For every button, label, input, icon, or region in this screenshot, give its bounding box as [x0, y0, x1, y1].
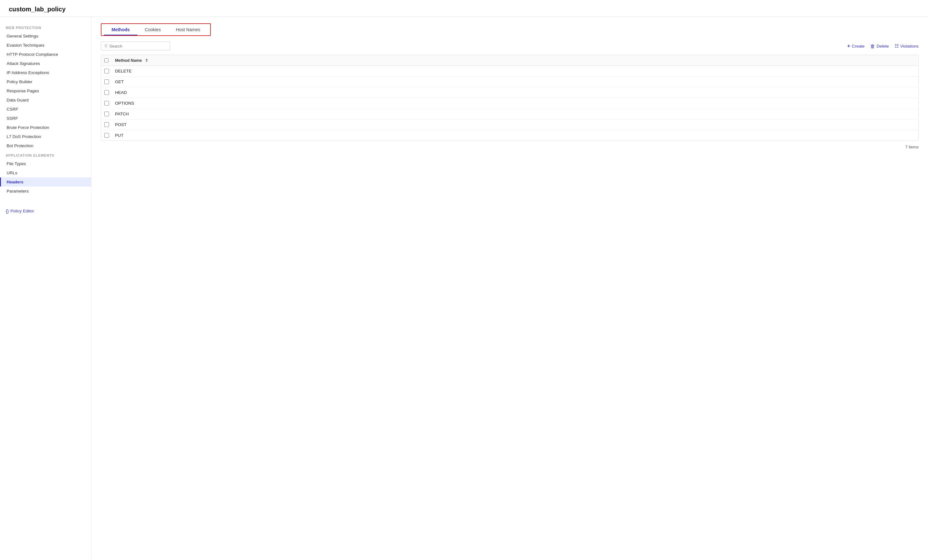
search-icon: ⚲: [104, 43, 107, 49]
tab-methods[interactable]: Methods: [104, 24, 137, 35]
method-name-patch: PATCH: [115, 111, 915, 116]
sidebar-item-attack-signatures[interactable]: Attack Signatures: [0, 59, 91, 68]
policy-editor-icon: {}: [6, 208, 9, 214]
main-content: Methods Cookies Host Names ⚲ + Create 🗑 …: [92, 17, 928, 559]
violations-icon: ☷: [894, 43, 899, 49]
sidebar-item-l7-dos-protection[interactable]: L7 DoS Protection: [0, 132, 91, 141]
sidebar-item-bot-protection[interactable]: Bot Protection: [0, 141, 91, 150]
search-box[interactable]: ⚲: [101, 41, 170, 50]
delete-button[interactable]: 🗑 Delete: [870, 43, 889, 49]
row-checkbox-post[interactable]: [104, 122, 109, 127]
sort-arrow-icon: ⇧: [145, 58, 148, 63]
sidebar-item-brute-force-protection[interactable]: Brute Force Protection: [0, 123, 91, 132]
create-icon: +: [847, 43, 850, 49]
violations-label: Violations: [900, 44, 919, 49]
delete-label: Delete: [877, 44, 889, 49]
sidebar-item-data-guard[interactable]: Data Guard: [0, 96, 91, 105]
method-name-get: GET: [115, 79, 915, 84]
method-name-post: POST: [115, 122, 915, 127]
table-row: OPTIONS: [101, 98, 918, 109]
sidebar-item-policy-builder[interactable]: Policy Builder: [0, 77, 91, 86]
footer-items-count: 7 items: [101, 141, 919, 150]
sidebar-item-ip-address-exceptions[interactable]: IP Address Exceptions: [0, 68, 91, 77]
row-checkbox-head[interactable]: [104, 90, 109, 95]
table-header: Method Name ⇧: [101, 55, 918, 66]
violations-button[interactable]: ☷ Violations: [894, 43, 919, 49]
method-name-delete: DELETE: [115, 69, 915, 73]
toolbar-actions: + Create 🗑 Delete ☷ Violations: [847, 43, 919, 49]
method-name-put: PUT: [115, 133, 915, 138]
table-row: HEAD: [101, 87, 918, 98]
table-row: POST: [101, 119, 918, 130]
table-row: GET: [101, 76, 918, 87]
method-name-column-header: Method Name ⇧: [115, 58, 915, 63]
sidebar-item-parameters[interactable]: Parameters: [0, 186, 91, 196]
sidebar-item-ssrf[interactable]: SSRF: [0, 114, 91, 123]
sidebar-item-csrf[interactable]: CSRF: [0, 105, 91, 114]
tab-cookies[interactable]: Cookies: [137, 24, 169, 35]
sidebar-item-response-pages[interactable]: Response Pages: [0, 86, 91, 96]
policy-editor-label: Policy Editor: [11, 209, 34, 214]
sidebar-item-evasion-techniques[interactable]: Evasion Techniques: [0, 41, 91, 50]
table-row: PUT: [101, 130, 918, 140]
policy-editor-link[interactable]: {} Policy Editor: [0, 205, 91, 217]
select-all-checkbox[interactable]: [104, 58, 108, 63]
create-button[interactable]: + Create: [847, 43, 865, 49]
delete-icon: 🗑: [870, 43, 875, 49]
table-row: PATCH: [101, 109, 918, 119]
row-checkbox-options[interactable]: [104, 101, 109, 105]
search-input[interactable]: [109, 44, 167, 49]
methods-table: Method Name ⇧ DELETE GET HEAD OPTIONS: [101, 55, 919, 141]
sidebar-item-http-protocol-compliance[interactable]: HTTP Protocol Compliance: [0, 50, 91, 59]
tabs-bar: Methods Cookies Host Names: [101, 23, 211, 36]
row-checkbox-delete[interactable]: [104, 69, 109, 73]
row-checkbox-put[interactable]: [104, 133, 109, 138]
row-checkbox-get[interactable]: [104, 79, 109, 84]
sidebar: WEB PROTECTION General Settings Evasion …: [0, 17, 92, 559]
sidebar-item-headers[interactable]: Headers: [0, 177, 91, 186]
sidebar-item-urls[interactable]: URLs: [0, 168, 91, 177]
web-protection-section-label: WEB PROTECTION: [0, 23, 91, 32]
method-name-options: OPTIONS: [115, 101, 915, 105]
create-label: Create: [852, 44, 865, 49]
sidebar-item-file-types[interactable]: File Types: [0, 159, 91, 168]
page-title: custom_lab_policy: [0, 0, 928, 17]
tab-host-names[interactable]: Host Names: [168, 24, 208, 35]
toolbar: ⚲ + Create 🗑 Delete ☷ Violations: [101, 41, 919, 50]
app-elements-section-label: APPLICATION ELEMENTS: [0, 150, 91, 159]
method-name-head: HEAD: [115, 90, 915, 95]
table-row: DELETE: [101, 66, 918, 76]
sidebar-item-general-settings[interactable]: General Settings: [0, 32, 91, 41]
row-checkbox-patch[interactable]: [104, 111, 109, 116]
